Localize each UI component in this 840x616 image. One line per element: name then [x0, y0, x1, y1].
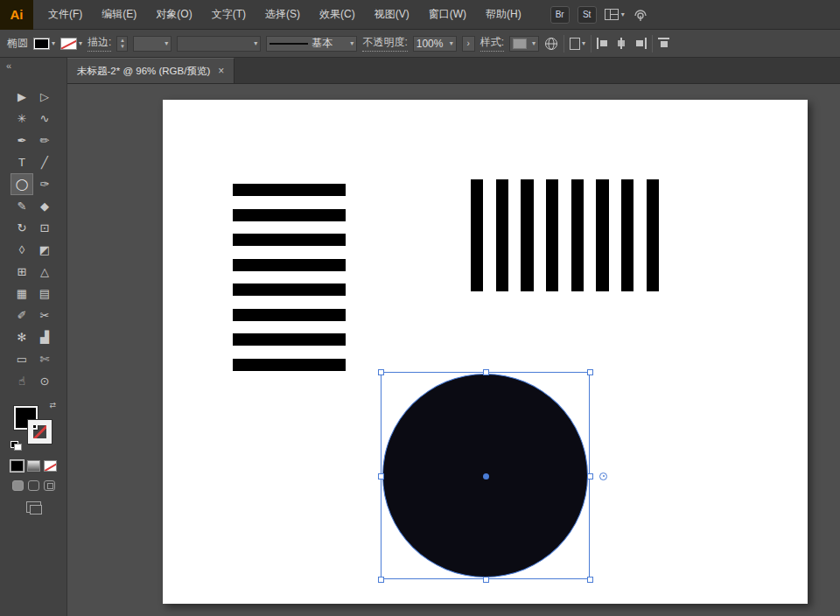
- change-screen-mode-button[interactable]: [26, 501, 41, 513]
- line-segment-tool[interactable]: ╱: [33, 151, 56, 173]
- document-setup-button[interactable]: ▾: [570, 38, 585, 50]
- stroke-weight-label[interactable]: 描边:: [88, 35, 111, 52]
- scale-tool[interactable]: ⊡: [33, 217, 56, 239]
- graphic-style-dropdown[interactable]: ▾: [509, 36, 539, 52]
- menu-item[interactable]: 视图(V): [365, 0, 419, 29]
- column-graph-tool[interactable]: ▟: [33, 326, 56, 348]
- align-vertical-top-icon[interactable]: [658, 38, 671, 49]
- menu-item[interactable]: 效果(C): [310, 0, 365, 29]
- scissors-tool[interactable]: ✂: [33, 304, 56, 326]
- perspective-grid-tool[interactable]: △: [33, 261, 56, 283]
- touch-workspace-icon[interactable]: [633, 8, 648, 22]
- brush-definition-dropdown[interactable]: 基本 ▾: [266, 36, 357, 52]
- style-label[interactable]: 样式:: [480, 35, 504, 52]
- stroke-color-dropdown[interactable]: ▾: [60, 38, 82, 50]
- selection-handle[interactable]: [483, 577, 489, 583]
- draw-behind-button[interactable]: [28, 480, 39, 491]
- separator: [591, 35, 592, 52]
- selection-handle[interactable]: [378, 369, 384, 375]
- menu-item[interactable]: 文件(F): [38, 0, 92, 29]
- draw-inside-button[interactable]: [44, 480, 55, 491]
- selection-side-handle[interactable]: [599, 472, 607, 480]
- stroke-weight-stepper[interactable]: ▲▼: [116, 36, 128, 52]
- menu-item[interactable]: 文字(T): [202, 0, 256, 29]
- align-horizontal-left-icon[interactable]: [597, 38, 610, 49]
- selection-handle[interactable]: [378, 577, 384, 583]
- pen-tool[interactable]: ✒: [10, 130, 33, 151]
- stroke-weight-dropdown[interactable]: ▾: [133, 36, 172, 52]
- ellipse-tool-icon: ◯: [16, 178, 29, 191]
- canvas-area[interactable]: [67, 84, 840, 616]
- artboard-tool[interactable]: ▭: [10, 348, 33, 370]
- collapse-panel-button[interactable]: «: [6, 60, 11, 71]
- stroke-color-swatch[interactable]: [28, 420, 52, 444]
- mesh-tool[interactable]: ▦: [10, 283, 33, 304]
- stepper-down-icon: ▼: [120, 44, 125, 50]
- gradient-tool[interactable]: ▤: [33, 283, 56, 304]
- pencil-tool-icon: ✎: [18, 200, 27, 213]
- curvature-tool[interactable]: ✏: [33, 130, 56, 151]
- stripe-bar: [647, 179, 659, 291]
- chevron-down-icon: ▾: [52, 40, 55, 47]
- hand-tool[interactable]: ☝: [10, 370, 33, 392]
- workspace-layout-button[interactable]: ▾: [605, 9, 625, 20]
- tab-close-icon[interactable]: ×: [218, 65, 224, 77]
- ellipse-tool[interactable]: ◯: [10, 173, 33, 195]
- style-swatch-icon: [513, 38, 527, 49]
- type-tool[interactable]: T: [10, 151, 33, 173]
- document-tab[interactable]: 未标题-2* @ 96% (RGB/预览) ×: [67, 58, 234, 83]
- menu-item[interactable]: 对象(O): [146, 0, 201, 29]
- pencil-tool[interactable]: ✎: [10, 195, 33, 217]
- width-tool[interactable]: ◊: [10, 239, 33, 261]
- free-transform-tool[interactable]: ◩: [33, 239, 56, 261]
- paintbrush-tool[interactable]: ✑: [33, 173, 56, 195]
- selection-handle[interactable]: [378, 473, 384, 480]
- slice-tool[interactable]: ✄: [33, 348, 56, 370]
- swap-fill-stroke-icon[interactable]: ⇄: [49, 401, 56, 410]
- lasso-tool[interactable]: ∿: [33, 108, 56, 130]
- rotate-tool[interactable]: ↻: [10, 217, 33, 239]
- chevron-down-icon: ▾: [350, 40, 354, 47]
- bridge-button[interactable]: Br: [550, 6, 570, 24]
- none-button[interactable]: [44, 460, 57, 472]
- opacity-options-button[interactable]: ›: [462, 36, 475, 52]
- zoom-tool[interactable]: ⊙: [33, 370, 56, 392]
- symbol-sprayer-tool[interactable]: ✻: [10, 326, 33, 348]
- horizontal-stripes-shape[interactable]: [233, 184, 346, 371]
- gradient-button[interactable]: [27, 460, 40, 472]
- selection-bounding-box[interactable]: [381, 372, 590, 579]
- recolor-artwork-icon[interactable]: [544, 37, 558, 51]
- menu-item[interactable]: 编辑(E): [92, 0, 146, 29]
- selection-handle[interactable]: [587, 473, 593, 480]
- menu-item[interactable]: 窗口(W): [419, 0, 476, 29]
- menu-item[interactable]: 帮助(H): [476, 0, 531, 29]
- stripe-bar: [233, 184, 346, 196]
- eyedropper-tool[interactable]: ✐: [10, 304, 33, 326]
- align-horizontal-center-icon[interactable]: [615, 38, 628, 49]
- app-logo[interactable]: Ai: [0, 0, 33, 30]
- selection-handle[interactable]: [587, 577, 593, 583]
- variable-width-profile-dropdown[interactable]: ▾: [177, 36, 261, 52]
- direct-selection-tool[interactable]: ▷: [33, 86, 56, 108]
- selection-handle[interactable]: [587, 369, 593, 375]
- chevron-down-icon: ▾: [254, 40, 257, 47]
- default-colors-icon[interactable]: [10, 441, 21, 450]
- color-button[interactable]: [10, 460, 24, 472]
- selection-center-point[interactable]: [483, 473, 489, 480]
- shape-builder-tool[interactable]: ⊞: [10, 261, 33, 283]
- fill-color-dropdown[interactable]: ▾: [33, 38, 55, 50]
- active-tool-label: 椭圆: [7, 36, 28, 51]
- fill-color-icon: [33, 38, 50, 50]
- selection-handle[interactable]: [483, 369, 489, 375]
- stock-button[interactable]: St: [578, 6, 597, 24]
- menu-item[interactable]: 选择(S): [256, 0, 310, 29]
- vertical-stripes-shape[interactable]: [471, 179, 659, 291]
- opacity-input[interactable]: 100% ▾: [413, 36, 457, 52]
- align-horizontal-right-icon[interactable]: [634, 38, 647, 49]
- magic-wand-tool[interactable]: ✳: [10, 108, 33, 130]
- draw-normal-button[interactable]: [12, 480, 24, 491]
- eraser-tool[interactable]: ◆: [33, 195, 56, 217]
- selection-tool[interactable]: ▶: [10, 86, 33, 108]
- illustrator-window: Ai 文件(F)编辑(E)对象(O)文字(T)选择(S)效果(C)视图(V)窗口…: [0, 0, 840, 616]
- opacity-label[interactable]: 不透明度:: [362, 35, 407, 52]
